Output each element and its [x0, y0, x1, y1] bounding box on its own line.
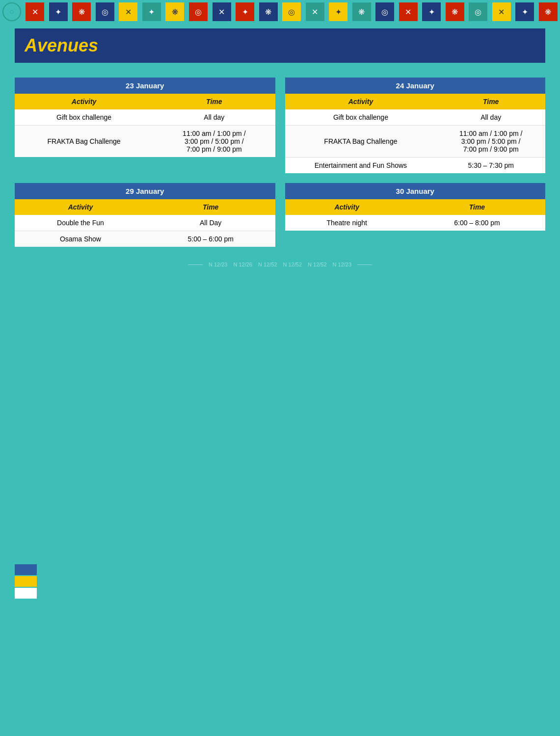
jan29-col1-header: Activity [15, 199, 146, 215]
banner-icon-23: ✦ [515, 2, 534, 21]
jan24-date-header: 24 January [285, 78, 546, 94]
top-banner: ○ ✕ ✦ ❋ ◎ ✕ ✦ ❋ ◎ ✕ ✦ ❋ ◎ ✕ ✦ ❋ ◎ ✕ ✦ ❋ … [0, 0, 560, 24]
table-row: Osama Show 5:00 – 6:00 pm [15, 231, 275, 247]
pagination-item-2[interactable]: N 12/26 [233, 262, 252, 267]
banner-icon-11: ✦ [236, 2, 254, 21]
jan29-row1-time: All Day [146, 215, 275, 231]
banner-icon-6: ✕ [119, 2, 137, 21]
table-jan24-wrapper: 24 January Activity Time Gift box challe… [285, 78, 546, 173]
table-row: FRAKTA Bag Challenge 11:00 am / 1:00 pm … [15, 126, 275, 158]
table-jan24: 24 January Activity Time Gift box challe… [285, 78, 546, 173]
pagination-item-6[interactable]: N 12/23 [333, 262, 352, 267]
legend-area [15, 564, 37, 599]
table-row: Gift box challenge All day [285, 109, 546, 126]
legend-yellow [15, 576, 37, 587]
table-row: Theatre night 6:00 – 8:00 pm [285, 215, 546, 231]
jan24-row2-time: 11:00 am / 1:00 pm /3:00 pm / 5:00 pm /7… [436, 126, 545, 158]
table-jan29-wrapper: 29 January Activity Time Double the Fun … [15, 183, 275, 247]
jan23-row1-time: All day [153, 109, 275, 126]
jan23-row2-activity: FRAKTA Bag Challenge [15, 126, 153, 158]
pagination-line-start [188, 264, 203, 265]
page-title: Avenues [25, 35, 535, 56]
content-area: 23 January Activity Time Gift box challe… [0, 63, 560, 277]
banner-icon-24: ❋ [539, 2, 558, 21]
banner-icon-19: ✦ [422, 2, 441, 21]
jan23-col2-header: Time [153, 94, 275, 109]
pagination-item-1[interactable]: N 12/23 [209, 262, 228, 267]
jan24-row3-time: 5:30 – 7:30 pm [436, 158, 545, 174]
table-row: Gift box challenge All day [15, 109, 275, 126]
table-row: Entertainment and Fun Shows 5:30 – 7:30 … [285, 158, 546, 174]
banner-icon-12: ❋ [259, 2, 278, 21]
banner-icon-22: ✕ [492, 2, 511, 21]
table-jan29: 29 January Activity Time Double the Fun … [15, 183, 275, 247]
banner-icon-8: ❋ [165, 2, 184, 21]
jan24-col2-header: Time [436, 94, 545, 109]
jan24-col1-header: Activity [285, 94, 437, 109]
table-jan30-wrapper: 30 January Activity Time Theatre night 6… [285, 183, 546, 247]
jan29-date-header: 29 January [15, 183, 275, 199]
table-jan23: 23 January Activity Time Gift box challe… [15, 78, 275, 157]
jan29-row1-activity: Double the Fun [15, 215, 146, 231]
jan29-row2-activity: Osama Show [15, 231, 146, 247]
table-jan30: 30 January Activity Time Theatre night 6… [285, 183, 546, 231]
jan30-date-header: 30 January [285, 183, 546, 199]
banner-icon-7: ✦ [142, 2, 161, 21]
pagination-item-3[interactable]: N 12/52 [258, 262, 277, 267]
banner-icon-1: ○ [2, 2, 21, 21]
banner-icon-2: ✕ [26, 2, 44, 21]
jan29-col2-header: Time [146, 199, 275, 215]
banner-icon-5: ◎ [96, 2, 114, 21]
jan23-date-header: 23 January [15, 78, 275, 94]
banner-icon-18: ✕ [399, 2, 418, 21]
banner-icon-9: ◎ [189, 2, 208, 21]
banner-icon-13: ◎ [282, 2, 301, 21]
jan23-row1-activity: Gift box challenge [15, 109, 153, 126]
banner-icon-3: ✦ [49, 2, 68, 21]
jan30-row1-activity: Theatre night [285, 215, 409, 231]
jan30-row1-time: 6:00 – 8:00 pm [409, 215, 545, 231]
pagination-item-4[interactable]: N 12/52 [283, 262, 302, 267]
legend-blue [15, 564, 37, 575]
banner-icon-17: ◎ [375, 2, 394, 21]
jan29-row2-time: 5:00 – 6:00 pm [146, 231, 275, 247]
tables-grid: 23 January Activity Time Gift box challe… [15, 78, 545, 247]
banner-icon-15: ✦ [329, 2, 347, 21]
table-jan23-wrapper: 23 January Activity Time Gift box challe… [15, 78, 275, 173]
banner-icon-14: ✕ [306, 2, 324, 21]
banner-icon-10: ✕ [213, 2, 231, 21]
banner-icon-16: ❋ [352, 2, 371, 21]
pagination-area: N 12/23 N 12/26 N 12/52 N 12/52 N 12/52 … [15, 262, 545, 267]
pagination-label-4: N 12/52 [283, 262, 302, 267]
pagination-label-5: N 12/52 [308, 262, 327, 267]
pagination-label-2: N 12/26 [233, 262, 252, 267]
jan23-row2-time: 11:00 am / 1:00 pm /3:00 pm / 5:00 pm /7… [153, 126, 275, 158]
jan24-row1-activity: Gift box challenge [285, 109, 437, 126]
jan24-row2-activity: FRAKTA Bag Challenge [285, 126, 437, 158]
pagination-line-end [357, 264, 372, 265]
pagination-item-5[interactable]: N 12/52 [308, 262, 327, 267]
banner-icon-21: ◎ [469, 2, 487, 21]
pagination-label-3: N 12/52 [258, 262, 277, 267]
jan30-col2-header: Time [409, 199, 545, 215]
banner-icon-4: ❋ [72, 2, 91, 21]
banner-icon-20: ❋ [446, 2, 464, 21]
table-row: Double the Fun All Day [15, 215, 275, 231]
table-row: FRAKTA Bag Challenge 11:00 am / 1:00 pm … [285, 126, 546, 158]
title-section: Avenues [15, 28, 545, 63]
pagination-label-1: N 12/23 [209, 262, 228, 267]
jan30-col1-header: Activity [285, 199, 409, 215]
jan23-col1-header: Activity [15, 94, 153, 109]
pagination-label-6: N 12/23 [333, 262, 352, 267]
jan24-row1-time: All day [436, 109, 545, 126]
legend-white [15, 588, 37, 599]
jan24-row3-activity: Entertainment and Fun Shows [285, 158, 437, 174]
